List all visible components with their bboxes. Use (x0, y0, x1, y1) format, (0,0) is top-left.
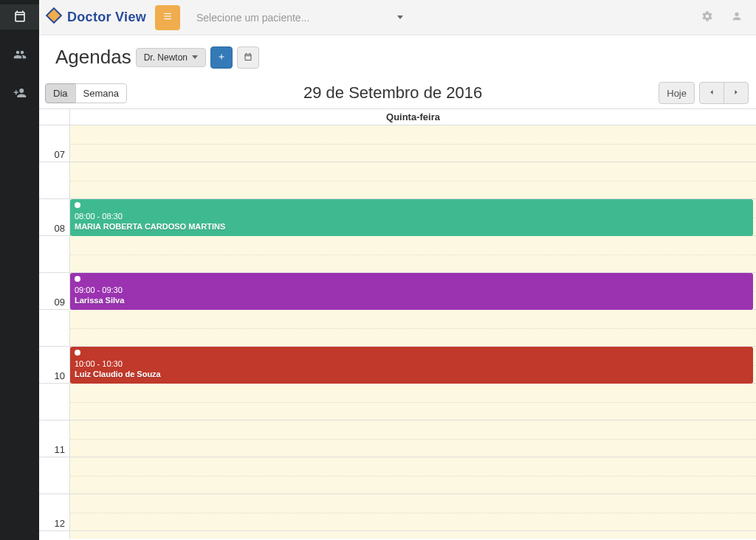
patient-select[interactable]: Selecione um paciente... (189, 6, 410, 30)
add-appointment-button[interactable] (210, 46, 233, 69)
time-slot[interactable] (70, 494, 756, 530)
time-slot[interactable] (70, 125, 756, 162)
brand-logo[interactable]: Doctor View (45, 7, 146, 28)
time-slot[interactable] (70, 162, 756, 198)
plus-icon (217, 52, 226, 63)
hour-label: 09 (39, 273, 70, 309)
chevron-left-icon (707, 88, 716, 99)
event-time: 08:00 - 08:30 (75, 212, 749, 222)
time-slot[interactable] (70, 310, 756, 346)
status-dot-icon (75, 276, 80, 282)
appointment-event[interactable]: 10:00 - 10:30Luiz Claudio de Souza (70, 347, 753, 384)
doctor-dropdown[interactable]: Dr. Newton (136, 48, 206, 67)
hamburger-icon (162, 11, 173, 24)
user-menu-button[interactable] (726, 6, 747, 29)
page-title: Agendas (55, 46, 131, 69)
calendar-icon (244, 52, 252, 63)
menu-toggle-button[interactable] (155, 5, 180, 30)
caret-down-icon (397, 15, 403, 19)
calendar-icon (13, 10, 27, 25)
view-day-button[interactable]: Dia (45, 83, 76, 103)
event-patient-name: MARIA ROBERTA CARDOSO MARTINS (75, 222, 749, 232)
hour-label: 11 (39, 420, 70, 457)
user-icon (731, 13, 743, 24)
patient-select-placeholder: Selecione um paciente... (196, 12, 309, 24)
time-slot[interactable] (70, 457, 756, 494)
appointment-event[interactable]: 09:00 - 09:30Larissa Silva (70, 273, 753, 310)
doctor-name: Dr. Newton (144, 52, 188, 63)
time-slot[interactable] (70, 531, 756, 539)
status-dot-icon (75, 350, 80, 356)
time-slot[interactable] (70, 384, 756, 420)
view-week-button[interactable]: Semana (75, 83, 127, 103)
hour-label: 10 (39, 347, 70, 383)
brand-name: Doctor View (67, 10, 146, 25)
event-time: 10:00 - 10:30 (75, 359, 749, 370)
content: Agendas Dr. Newton Dia Semana 29 de Sete… (39, 35, 756, 540)
calendar-grid: Quinta-feira 07 08 09 10 11 12 08:00 - 0… (39, 108, 756, 539)
today-button[interactable]: Hoje (659, 82, 695, 104)
calendar-title: 29 de Setembro de 2016 (303, 83, 482, 103)
prev-button[interactable] (699, 82, 724, 104)
appointment-event[interactable]: 08:00 - 08:30MARIA ROBERTA CARDOSO MARTI… (70, 199, 753, 236)
page-header: Agendas Dr. Newton (39, 35, 756, 75)
caret-down-icon (192, 55, 198, 59)
calendar-toolbar: Dia Semana 29 de Setembro de 2016 Hoje (39, 75, 756, 108)
status-dot-icon (75, 202, 80, 208)
event-patient-name: Luiz Claudio de Souza (75, 370, 749, 380)
calendar-nav: Hoje (659, 82, 749, 104)
users-icon (13, 48, 27, 63)
hour-label: 07 (39, 125, 70, 162)
nav-add-patient[interactable] (0, 81, 39, 106)
hour-label: 08 (39, 199, 70, 235)
event-time: 09:00 - 09:30 (75, 285, 749, 296)
topbar: Doctor View Selecione um paciente... (39, 0, 756, 35)
time-slot[interactable] (70, 420, 756, 457)
gear-icon (701, 13, 713, 24)
left-nav-rail (0, 0, 39, 540)
logo-icon (45, 7, 63, 28)
next-button[interactable] (724, 82, 749, 104)
nav-patients[interactable] (0, 43, 39, 68)
time-body: 07 08 09 10 11 12 08:00 - 08:30MARIA ROB… (39, 125, 756, 539)
datepicker-button[interactable] (237, 46, 259, 69)
hour-label: 12 (39, 494, 70, 530)
calendar: Dia Semana 29 de Setembro de 2016 Hoje (39, 75, 756, 539)
nav-agenda[interactable] (0, 4, 39, 30)
time-slot[interactable] (70, 236, 756, 272)
view-switch: Dia Semana (45, 83, 127, 103)
chevron-right-icon (732, 88, 740, 99)
day-name: Quinta-feira (70, 109, 756, 125)
event-patient-name: Larissa Silva (75, 296, 749, 306)
svg-rect-0 (47, 8, 61, 23)
settings-button[interactable] (697, 6, 718, 29)
user-plus-icon (13, 86, 27, 102)
